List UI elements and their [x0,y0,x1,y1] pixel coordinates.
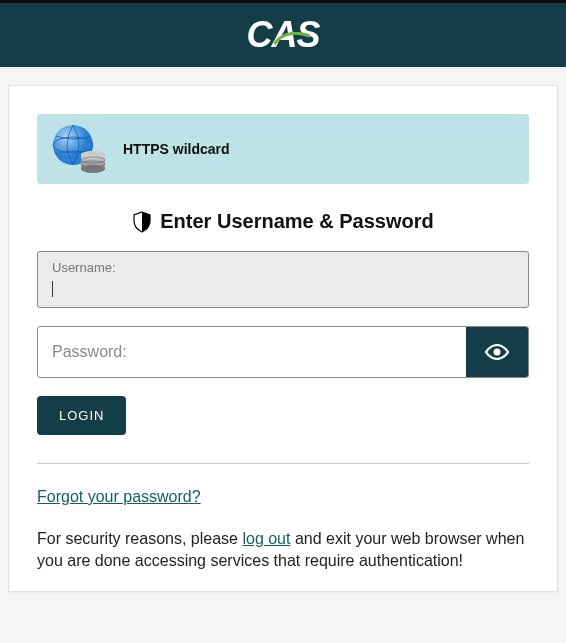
app-header: CAS [0,3,566,67]
eye-icon [484,343,510,361]
password-field-box[interactable]: Password: [37,326,529,378]
username-field-box[interactable]: Username: [37,251,529,308]
divider [37,463,529,464]
login-card: HTTPS wildcard Enter Username & Password… [8,85,558,592]
password-group: Password: [37,326,529,378]
security-message: For security reasons, please log out and… [37,528,529,571]
logout-link[interactable]: log out [242,530,290,547]
svg-point-8 [494,349,501,356]
text-caret [52,281,53,297]
form-title: Enter Username & Password [37,210,529,233]
shield-icon [132,211,152,233]
forgot-password-link[interactable]: Forgot your password? [37,488,201,505]
toggle-password-visibility-button[interactable] [466,327,528,377]
form-title-text: Enter Username & Password [160,210,433,233]
password-label: Password: [52,343,452,361]
globe-database-icon [51,124,109,174]
username-label: Username: [52,260,514,275]
service-banner: HTTPS wildcard [37,114,529,184]
login-button[interactable]: LOGIN [37,396,126,435]
swoosh-icon [274,32,310,46]
security-prefix: For security reasons, please [37,530,242,547]
brand-logo: CAS [246,14,319,56]
username-group: Username: [37,251,529,308]
service-name: HTTPS wildcard [123,141,230,157]
